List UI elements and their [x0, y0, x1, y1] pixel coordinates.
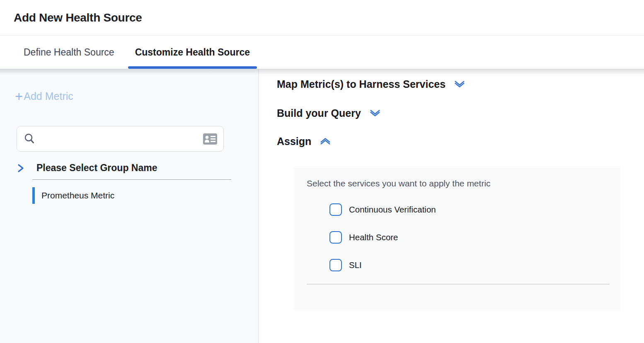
option-label: Health Score [349, 232, 398, 242]
option-health-score[interactable]: Health Score [329, 230, 398, 244]
metric-search-box [17, 126, 224, 152]
search-input[interactable] [41, 126, 203, 151]
tab-bar: Define Health Source Customize Health So… [0, 36, 644, 69]
plus-icon: + [15, 91, 23, 102]
assign-panel-prompt: Select the services you want to apply th… [307, 179, 491, 188]
assign-services-panel: Select the services you want to apply th… [293, 166, 620, 311]
tab-customize-health-source[interactable]: Customize Health Source [128, 36, 257, 69]
section-build-your-query[interactable]: Build your Query [277, 107, 382, 119]
tab-label: Customize Health Source [135, 47, 250, 58]
section-label: Build your Query [277, 107, 361, 119]
chevron-up-icon[interactable] [319, 136, 332, 146]
group-header-label: Please Select Group Name [36, 162, 157, 174]
add-health-source-dialog: Add New Health Source Define Health Sour… [0, 0, 644, 343]
search-icon [23, 133, 36, 145]
customize-health-source-panel: Map Metric(s) to Harness Services Build … [259, 69, 644, 343]
metrics-sidebar: + Add Metric [0, 69, 259, 343]
option-sli[interactable]: SLI [329, 258, 362, 272]
section-label: Map Metric(s) to Harness Services [277, 78, 445, 90]
add-metric-button[interactable]: + Add Metric [15, 90, 73, 102]
tab-define-health-source[interactable]: Define Health Source [17, 36, 121, 69]
panel-divider [307, 284, 610, 285]
sli-checkbox[interactable] [329, 259, 342, 271]
page-title: Add New Health Source [14, 11, 142, 24]
health-score-checkbox[interactable] [329, 231, 342, 244]
dialog-header: Add New Health Source [0, 0, 644, 36]
metric-item-label: Prometheus Metric [41, 191, 114, 200]
contact-card-icon[interactable] [203, 133, 217, 145]
content-area: + Add Metric [0, 69, 644, 343]
option-label: Continuous Verification [349, 205, 436, 215]
chevron-right-icon[interactable] [17, 163, 24, 173]
group-divider [32, 179, 231, 180]
chevron-down-icon[interactable] [368, 108, 382, 118]
section-label: Assign [277, 135, 311, 147]
continuous-verification-checkbox[interactable] [329, 203, 342, 216]
metric-list-item-prometheus-metric[interactable]: Prometheus Metric [32, 187, 231, 204]
option-continuous-verification[interactable]: Continuous Verification [329, 203, 436, 217]
tab-label: Define Health Source [24, 47, 114, 58]
section-assign[interactable]: Assign [277, 135, 332, 147]
chevron-down-icon[interactable] [453, 79, 466, 89]
section-map-metrics-to-harness-services[interactable]: Map Metric(s) to Harness Services [277, 78, 466, 90]
add-metric-label: Add Metric [24, 90, 73, 102]
option-label: SLI [349, 260, 362, 270]
group-header-please-select-group-name[interactable]: Please Select Group Name [17, 162, 157, 174]
